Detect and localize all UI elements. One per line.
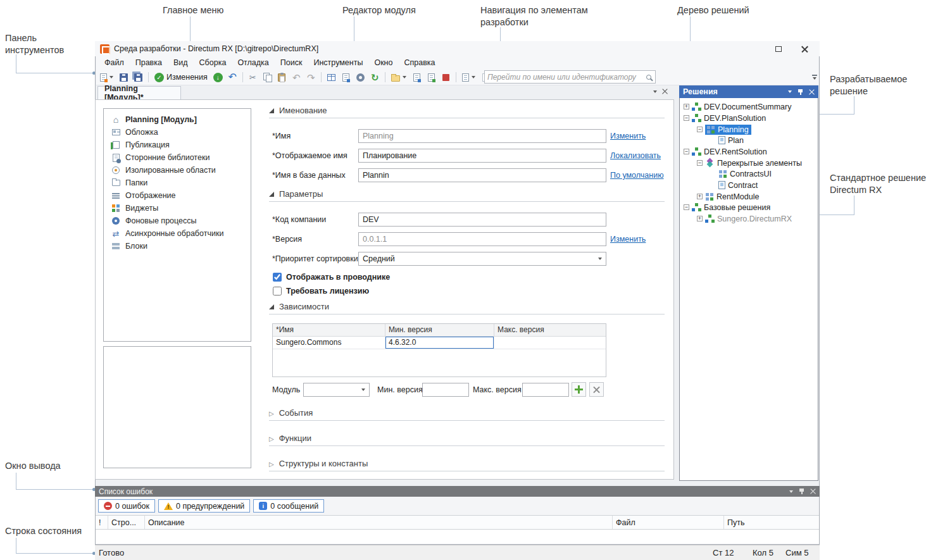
nav-item-libraries[interactable]: Сторонние библиотеки — [104, 151, 249, 164]
tree-item-contractsui[interactable]: ContractsUI — [710, 168, 772, 179]
column-header-min-version[interactable]: Мин. версия — [385, 324, 494, 336]
collapse-icon[interactable] — [697, 127, 703, 132]
menu-view[interactable]: Вид — [168, 56, 194, 69]
localize-link[interactable]: Локализовать — [610, 149, 661, 163]
tree-item-planning[interactable]: Planning — [697, 124, 751, 135]
solutions-panel-header[interactable]: Решения — [679, 85, 818, 98]
section-events[interactable]: События — [269, 408, 665, 421]
nav-item-cover[interactable]: Обложка — [104, 126, 249, 139]
column-header-name[interactable]: *Имя — [273, 324, 385, 336]
show-in-explorer-checkbox[interactable] — [273, 273, 282, 282]
min-version-input[interactable] — [422, 383, 469, 397]
menu-tools[interactable]: Инструменты — [308, 56, 368, 69]
nav-item-folders[interactable]: Папки — [104, 177, 249, 189]
close-button[interactable] — [793, 41, 816, 56]
tab-list-chevron-icon[interactable] — [653, 90, 657, 93]
menu-window[interactable]: Окно — [368, 56, 398, 69]
save-all-button[interactable] — [132, 71, 145, 84]
maximize-button[interactable] — [767, 41, 790, 56]
default-link[interactable]: По умолчанию — [610, 168, 664, 182]
expand-icon[interactable] — [697, 216, 703, 221]
module-select[interactable] — [303, 383, 370, 397]
expand-icon[interactable] — [684, 104, 689, 109]
menu-search[interactable]: Поиск — [275, 56, 308, 69]
section-functions[interactable]: Функции — [269, 433, 665, 446]
close-icon[interactable] — [809, 89, 815, 95]
collapse-icon[interactable] — [697, 160, 703, 166]
company-code-input[interactable] — [358, 213, 606, 227]
tab-planning-module[interactable]: Planning [Модуль]* — [97, 86, 181, 99]
tree-item-rentmodule[interactable]: RentModule — [697, 191, 759, 202]
close-icon[interactable] — [810, 488, 816, 494]
column-header-path[interactable]: Путь — [724, 516, 819, 529]
export-button[interactable] — [425, 71, 438, 84]
search-icon[interactable] — [646, 75, 651, 80]
copy-button[interactable] — [261, 71, 274, 84]
add-dependency-button[interactable] — [572, 382, 586, 397]
publish-button[interactable] — [339, 71, 353, 84]
undo-button[interactable] — [290, 71, 303, 84]
max-version-input[interactable] — [522, 383, 569, 397]
settings-button[interactable] — [354, 71, 367, 84]
pin-icon[interactable] — [798, 89, 803, 96]
undo-checkout-button[interactable] — [226, 71, 239, 84]
import-button[interactable] — [410, 71, 423, 84]
get-latest-button[interactable] — [211, 71, 225, 84]
section-naming[interactable]: Именование — [269, 106, 665, 118]
column-header-description[interactable]: Описание — [145, 516, 613, 529]
paste-button[interactable] — [275, 71, 289, 84]
window-position-chevron-icon[interactable] — [788, 90, 792, 93]
menu-help[interactable]: Справка — [398, 56, 441, 69]
tree-item-rentsolution[interactable]: DEV.RentSolution — [684, 146, 767, 157]
deploy-button[interactable] — [389, 71, 409, 84]
remove-dependency-button[interactable] — [589, 382, 604, 397]
search-input[interactable] — [487, 73, 646, 82]
menu-build[interactable]: Сборка — [194, 56, 232, 69]
save-button[interactable] — [117, 71, 130, 84]
collapse-icon[interactable] — [684, 149, 689, 154]
section-params[interactable]: Параметры — [269, 189, 665, 202]
tree-item-documentsummary[interactable]: DEV.DocumentSummary — [684, 101, 791, 112]
section-structures[interactable]: Структуры и константы — [269, 459, 665, 471]
collapse-icon[interactable] — [684, 204, 689, 210]
preview-button[interactable] — [460, 71, 478, 84]
version-input[interactable] — [358, 232, 606, 246]
redo-button[interactable] — [304, 71, 318, 84]
messages-filter-button[interactable]: 0 сообщений — [253, 499, 324, 513]
dependency-min-version-cell[interactable]: 4.6.32.0 — [385, 337, 494, 349]
display-name-input[interactable] — [358, 149, 606, 163]
expand-icon[interactable] — [697, 194, 703, 199]
column-header-max-version[interactable]: Макс. версия — [494, 324, 606, 336]
section-dependencies[interactable]: Зависимости — [269, 302, 665, 314]
stop-button[interactable] — [439, 71, 453, 84]
column-header-line[interactable]: Стро... — [108, 516, 145, 529]
nav-item-widgets[interactable]: Виджеты — [104, 202, 249, 215]
tree-item-plan[interactable]: Plan — [710, 135, 744, 146]
tree-item-overridden-elements[interactable]: Перекрытые элементы — [697, 158, 802, 168]
require-license-checkbox[interactable] — [273, 287, 282, 296]
menu-file[interactable]: Файл — [99, 56, 130, 69]
dependency-name-cell[interactable]: Sungero.Commons — [273, 337, 385, 349]
toolbar-overflow-button[interactable] — [810, 70, 819, 84]
menu-edit[interactable]: Правка — [130, 56, 168, 69]
collapse-icon[interactable] — [684, 115, 689, 121]
tree-item-sungero-directumrx[interactable]: Sungero.DirectumRX — [697, 213, 792, 224]
window-position-chevron-icon[interactable] — [789, 490, 793, 493]
db-name-input[interactable] — [358, 168, 606, 182]
tree-item-base-solutions[interactable]: Базовые решения — [684, 202, 770, 213]
column-header-file[interactable]: Файл — [613, 516, 724, 529]
nav-item-background-processes[interactable]: Фоновые процессы — [104, 215, 249, 227]
nav-item-isolated-areas[interactable]: Изолированные области — [104, 164, 249, 177]
sort-priority-select[interactable]: Средний — [358, 252, 606, 266]
new-item-button[interactable] — [97, 71, 116, 84]
name-input[interactable] — [358, 129, 606, 143]
build-button[interactable] — [325, 71, 338, 84]
dependency-row[interactable]: Sungero.Commons 4.6.32.0 — [273, 337, 606, 349]
close-document-icon[interactable] — [662, 89, 668, 94]
nav-item-blocks[interactable]: Блоки — [104, 240, 249, 252]
errors-filter-button[interactable]: 0 ошибок — [98, 499, 155, 513]
changes-button[interactable]: Изменения — [152, 71, 210, 84]
refresh-button[interactable] — [368, 71, 382, 84]
cut-button[interactable] — [246, 71, 260, 84]
pin-icon[interactable] — [799, 488, 804, 495]
